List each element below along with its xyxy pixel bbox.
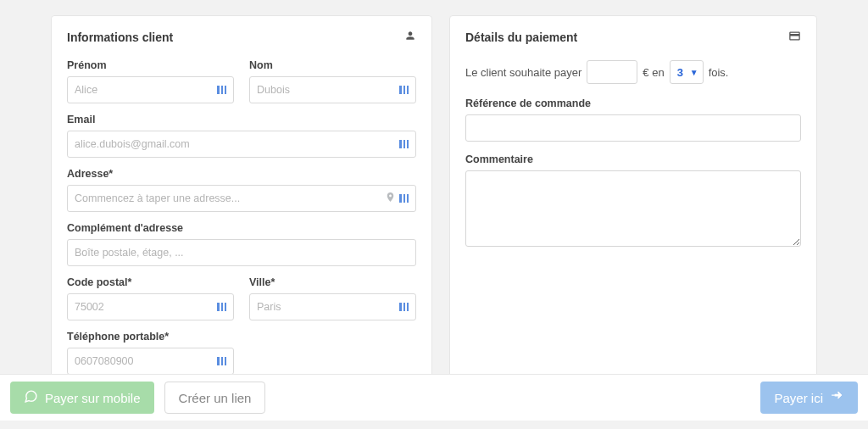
email-label: Email [67,114,416,125]
payment-details-card: Détails du paiement Le client souhaite p… [449,15,817,391]
address2-input[interactable] [67,239,416,266]
create-link-label: Créer un lien [179,391,252,405]
postcode-label: Code postal* [67,276,234,288]
comment-label: Commentaire [465,153,801,165]
address-input[interactable] [67,185,416,212]
phone-label: Téléphone portable* [67,331,234,343]
client-card-header: Informations client [67,30,416,44]
pay-mobile-label: Payer sur mobile [45,391,141,405]
city-input[interactable] [249,293,416,320]
client-info-card: Informations client Prénom Nom [51,15,432,391]
address-label: Adresse* [67,168,416,180]
phone-input[interactable] [67,348,234,375]
pay-line-suffix: fois. [709,66,729,79]
lastname-input[interactable] [249,76,416,103]
chat-icon [24,389,38,406]
pay-here-label: Payer ici [774,391,823,405]
reference-input[interactable] [465,114,801,142]
city-label: Ville* [249,276,416,288]
installments-select[interactable]: 3 [670,60,704,84]
lastname-label: Nom [249,59,416,71]
reference-label: Référence de commande [465,98,801,109]
user-icon [404,30,416,44]
payment-card-header: Détails du paiement [465,30,801,45]
firstname-input[interactable] [67,76,234,103]
create-link-button[interactable]: Créer un lien [164,382,266,414]
footer-bar: Payer sur mobile Créer un lien Payer ici [0,374,868,421]
credit-card-icon [788,30,801,45]
client-card-title: Informations client [67,31,173,44]
address2-label: Complément d'adresse [67,222,416,234]
pay-line-prefix: Le client souhaite payer [465,66,581,79]
payment-sentence: Le client souhaite payer € en 3 ▼ fois. [465,60,801,84]
pay-line-currency: € en [643,66,664,79]
comment-textarea[interactable] [465,170,801,247]
pay-here-button[interactable]: Payer ici [760,382,858,414]
amount-input[interactable] [587,60,637,84]
postcode-input[interactable] [67,293,234,320]
pay-mobile-button[interactable]: Payer sur mobile [10,382,154,414]
share-arrow-icon [830,389,844,406]
firstname-label: Prénom [67,59,234,71]
payment-card-title: Détails du paiement [465,31,577,44]
email-input[interactable] [67,131,416,158]
